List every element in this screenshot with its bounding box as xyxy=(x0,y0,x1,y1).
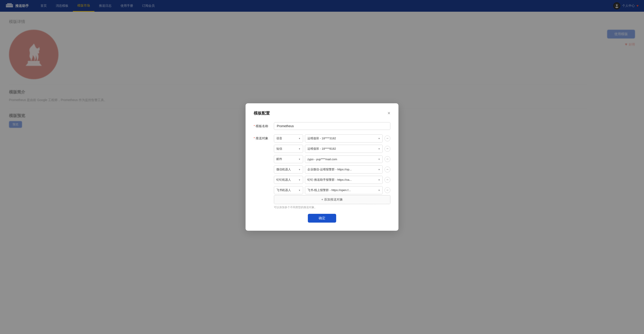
targets-content: 语音 ▼ 运维值班 - 18****3182 ▼ − 短信 ▼ 运 xyxy=(274,134,390,209)
target-row: 微信机器人 ▼ 企业微信-运维报警群 - https://op... ▼ − xyxy=(274,165,390,174)
name-input-wrap xyxy=(274,122,390,130)
chevron-down-icon: ▼ xyxy=(378,158,380,160)
modal-dialog: 模板配置 × * 模板名称 * 推送对象 xyxy=(246,103,398,231)
target-select-3[interactable]: 企业微信-运维报警群 - https://op... ▼ xyxy=(305,165,383,174)
type-select-0[interactable]: 语音 ▼ xyxy=(274,134,303,142)
type-select-2[interactable]: 邮件 ▼ xyxy=(274,155,303,163)
target-row: 飞书机器人 ▼ 飞书-线上报警群 - https://open.f... ▼ − xyxy=(274,186,390,194)
target-row: 语音 ▼ 运维值班 - 18****3182 ▼ − xyxy=(274,134,390,142)
type-select-1[interactable]: 短信 ▼ xyxy=(274,145,303,153)
modal-overlay[interactable]: 模板配置 × * 模板名称 * 推送对象 xyxy=(0,0,644,334)
target-select-4[interactable]: 钉钉-推送助手报警群 - https://oa... ▼ xyxy=(305,176,383,184)
chevron-down-icon: ▼ xyxy=(298,158,301,160)
template-name-input[interactable] xyxy=(274,122,390,130)
modal-title: 模板配置 xyxy=(254,111,270,116)
target-row: 钉钉机器人 ▼ 钉钉-推送助手报警群 - https://oa... ▼ − xyxy=(274,176,390,184)
chevron-down-icon: ▼ xyxy=(378,179,380,181)
target-row: 短信 ▼ 运维值班 - 18****8182 ▼ − xyxy=(274,145,390,153)
target-row: 邮件 ▼ zypo - yup****mail.com ▼ − xyxy=(274,155,390,163)
remove-target-button-2[interactable]: − xyxy=(384,156,390,162)
chevron-down-icon: ▼ xyxy=(378,189,380,192)
chevron-down-icon: ▼ xyxy=(378,168,380,171)
chevron-down-icon: ▼ xyxy=(378,148,380,150)
chevron-down-icon: ▼ xyxy=(298,189,301,192)
remove-target-button-4[interactable]: − xyxy=(384,177,390,183)
remove-target-button-0[interactable]: − xyxy=(384,136,390,141)
add-target-button[interactable]: + 添加推送对象 xyxy=(274,195,390,204)
remove-target-button-5[interactable]: − xyxy=(384,187,390,193)
target-select-0[interactable]: 运维值班 - 18****3182 ▼ xyxy=(305,134,383,142)
target-select-2[interactable]: zypo - yup****mail.com ▼ xyxy=(305,156,383,163)
name-label: * 模板名称 xyxy=(254,122,274,128)
type-select-4[interactable]: 钉钉机器人 ▼ xyxy=(274,176,303,184)
target-select-5[interactable]: 飞书-线上报警群 - https://open.f... ▼ xyxy=(305,186,383,194)
target-rows-list: 语音 ▼ 运维值班 - 18****3182 ▼ − 短信 ▼ 运 xyxy=(274,134,390,194)
add-hint: 可以添加多个不同类型的推送对象。 xyxy=(274,205,390,209)
form-row-targets: * 推送对象 语音 ▼ 运维值班 - 18****3182 ▼ − xyxy=(254,134,390,209)
type-select-5[interactable]: 飞书机器人 ▼ xyxy=(274,186,303,194)
target-label: * 推送对象 xyxy=(254,134,274,140)
chevron-down-icon: ▼ xyxy=(378,137,380,140)
modal-close-button[interactable]: × xyxy=(388,111,390,116)
chevron-down-icon: ▼ xyxy=(298,137,301,140)
chevron-down-icon: ▼ xyxy=(298,148,301,150)
chevron-down-icon: ▼ xyxy=(298,168,301,171)
remove-target-button-3[interactable]: − xyxy=(384,167,390,172)
target-select-1[interactable]: 运维值班 - 18****8182 ▼ xyxy=(305,145,383,153)
form-row-name: * 模板名称 xyxy=(254,122,390,130)
remove-target-button-1[interactable]: − xyxy=(384,146,390,152)
type-select-3[interactable]: 微信机器人 ▼ xyxy=(274,165,303,174)
confirm-button[interactable]: 确定 xyxy=(308,214,336,223)
chevron-down-icon: ▼ xyxy=(298,179,301,181)
modal-header: 模板配置 × xyxy=(254,111,390,116)
